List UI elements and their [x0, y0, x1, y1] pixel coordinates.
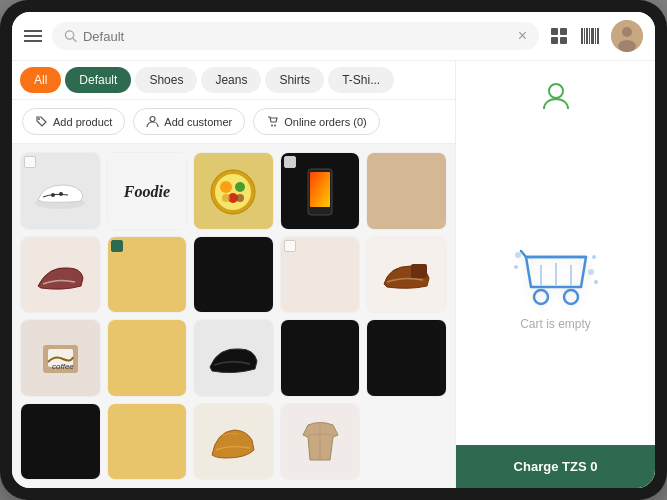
product-checkbox[interactable]	[24, 156, 36, 168]
category-tabs: All Default Shoes Jeans Shirts T-Shi...	[12, 61, 455, 100]
clear-search-button[interactable]: ×	[518, 27, 527, 45]
grid-view-button[interactable]	[549, 26, 569, 46]
product-card[interactable]: Maroon Shoes	[20, 236, 101, 314]
product-card[interactable]: All Star Shoes	[20, 152, 101, 230]
product-checkbox[interactable]	[284, 240, 296, 252]
tab-shirts[interactable]: Shirts	[265, 67, 324, 93]
svg-rect-3	[560, 28, 567, 35]
product-card[interactable]: Test	[20, 403, 101, 481]
tab-jeans[interactable]: Jeans	[201, 67, 261, 93]
product-card[interactable]: Foodie Backpack	[107, 152, 188, 230]
svg-point-43	[592, 255, 596, 259]
svg-point-22	[59, 192, 63, 196]
product-card[interactable]: Bibimbap	[193, 152, 274, 230]
svg-rect-5	[560, 37, 567, 44]
orders-icon	[266, 115, 279, 128]
cart-illustration	[506, 237, 606, 317]
cart-area: Cart is empty	[456, 123, 655, 445]
tablet-screen: ×	[12, 12, 655, 488]
hamburger-menu[interactable]	[24, 30, 42, 42]
svg-point-17	[150, 117, 155, 122]
product-checkbox[interactable]	[284, 156, 296, 168]
svg-point-26	[235, 182, 245, 192]
product-card[interactable]: Red Suit Shoes	[366, 236, 447, 314]
svg-rect-11	[595, 28, 596, 44]
product-card[interactable]: Timberland Boo...	[193, 403, 274, 481]
product-card[interactable]: Suit Shoes	[193, 319, 274, 397]
barcode-button[interactable]	[579, 26, 601, 46]
cart-empty-text: Cart is empty	[520, 317, 591, 331]
action-bar: Add product Add customer	[12, 100, 455, 144]
cart-user-area	[456, 61, 655, 123]
product-checkbox[interactable]	[111, 240, 123, 252]
search-box: ×	[52, 22, 539, 50]
avatar[interactable]	[611, 20, 643, 52]
product-card[interactable]: coffee Service Based	[20, 319, 101, 397]
tab-default[interactable]: Default	[65, 67, 131, 93]
header-icons	[549, 20, 643, 52]
search-input[interactable]	[83, 29, 512, 44]
barcode-icon	[579, 26, 601, 46]
online-orders-button[interactable]: Online orders (0)	[253, 108, 380, 135]
search-icon	[64, 29, 77, 43]
svg-rect-4	[551, 37, 558, 44]
svg-point-46	[515, 252, 521, 258]
header: ×	[12, 12, 655, 61]
svg-point-24	[215, 174, 251, 210]
product-card[interactable]: Test	[366, 319, 447, 397]
grid-icon	[549, 26, 569, 46]
product-card[interactable]: New test	[107, 236, 188, 314]
svg-rect-32	[310, 172, 330, 207]
main-content: All Default Shoes Jeans Shirts T-Shi... …	[12, 61, 655, 488]
charge-button[interactable]: Charge TZS 0	[456, 445, 655, 488]
tab-all[interactable]: All	[20, 67, 61, 93]
product-card[interactable]: Woman Coat	[280, 403, 361, 481]
user-cart-icon	[540, 81, 572, 113]
svg-point-14	[622, 27, 632, 37]
person-icon	[146, 115, 159, 128]
right-panel: Cart is empty Charge TZS 0	[455, 61, 655, 488]
svg-rect-7	[584, 28, 585, 44]
svg-point-45	[588, 269, 594, 275]
add-customer-button[interactable]: Add customer	[133, 108, 245, 135]
svg-point-21	[51, 193, 55, 197]
product-card[interactable]: Test test	[107, 403, 188, 481]
product-card[interactable]: Test	[280, 319, 361, 397]
svg-line-1	[73, 38, 76, 41]
product-card[interactable]: Nyanya Chungu	[193, 236, 274, 314]
svg-rect-6	[581, 28, 583, 44]
svg-text:coffee: coffee	[52, 362, 74, 371]
svg-point-44	[514, 265, 518, 269]
product-card[interactable]: Polo T-shirt	[280, 236, 361, 314]
svg-rect-2	[551, 28, 558, 35]
svg-rect-8	[586, 28, 588, 44]
product-card[interactable]: Suit Shoes	[107, 319, 188, 397]
svg-point-47	[594, 280, 598, 284]
tab-tshirt[interactable]: T-Shi...	[328, 67, 394, 93]
svg-point-38	[534, 290, 548, 304]
svg-point-39	[564, 290, 578, 304]
svg-point-15	[618, 40, 636, 52]
products-grid: All Star Shoes Foodie Backpack	[12, 144, 455, 488]
left-panel: All Default Shoes Jeans Shirts T-Shi... …	[12, 61, 455, 488]
svg-point-19	[274, 125, 276, 127]
svg-point-37	[549, 84, 563, 98]
svg-point-25	[220, 181, 232, 193]
tablet-frame: ×	[0, 0, 667, 500]
product-card[interactable]: IPhone 10	[366, 152, 447, 230]
svg-point-29	[236, 194, 244, 202]
svg-point-16	[38, 118, 40, 120]
svg-point-28	[222, 194, 230, 202]
svg-rect-9	[589, 28, 590, 44]
svg-point-18	[271, 125, 273, 127]
svg-rect-10	[591, 28, 594, 44]
product-card[interactable]: Hill Water	[280, 152, 361, 230]
tab-shoes[interactable]: Shoes	[135, 67, 197, 93]
tag-icon	[35, 115, 48, 128]
svg-rect-12	[597, 28, 599, 44]
add-product-button[interactable]: Add product	[22, 108, 125, 135]
svg-rect-33	[411, 264, 427, 278]
